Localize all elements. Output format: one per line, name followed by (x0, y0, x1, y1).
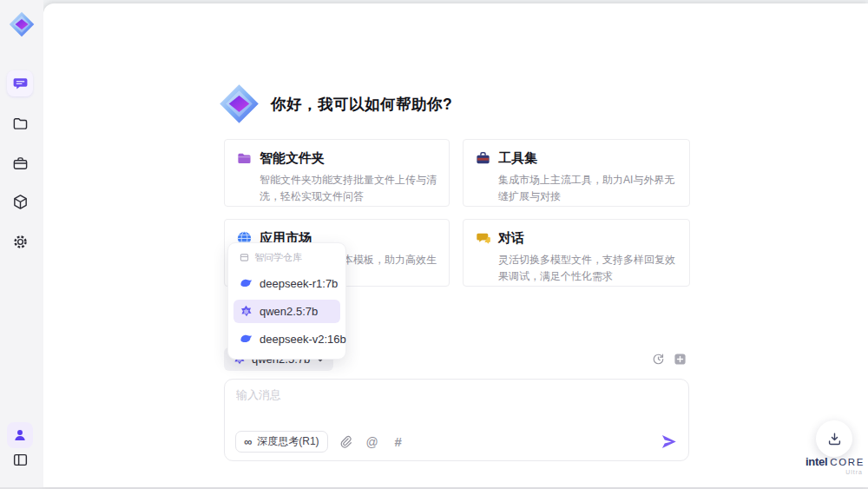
chat-bubble-icon (12, 76, 29, 92)
sidebar (0, 0, 43, 487)
deep-think-toggle[interactable]: ∞ 深度思考(R1) (235, 431, 328, 453)
intel-tier-text: Ultra (800, 469, 868, 475)
model-option-deepseek-r1[interactable]: deepseek-r1:7b (233, 272, 340, 295)
collapse-sidebar-button[interactable] (7, 446, 33, 472)
new-chat-icon[interactable] (673, 352, 687, 366)
composer: ∞ 深度思考(R1) @ # (224, 379, 689, 461)
model-option-qwen[interactable]: qwen2.5:7b (233, 300, 340, 323)
deep-think-label: 深度思考(R1) (257, 434, 319, 449)
model-dropdown: 智问学仓库 deepseek-r1:7b qwen2.5:7b (227, 242, 346, 360)
app-logo-icon (6, 9, 37, 40)
repository-icon (240, 253, 249, 262)
sidebar-item-folders[interactable] (7, 110, 33, 136)
attachment-icon[interactable] (339, 434, 354, 450)
send-button[interactable] (659, 433, 678, 452)
panel-layout-icon (12, 452, 29, 468)
intel-core-text: CORE (830, 457, 865, 467)
model-option-label: deepseek-r1:7b (260, 277, 338, 290)
card-title: 工具集 (498, 150, 537, 167)
sidebar-item-chat[interactable] (7, 70, 33, 96)
history-icon[interactable] (651, 352, 665, 366)
deepseek-whale-icon (240, 277, 253, 290)
folder-icon (12, 116, 29, 132)
main-panel: 你好，我可以如何帮助你? 智能文件夹 智能文件夹功能支持批量文件上传与清洗，轻松… (43, 3, 868, 487)
folder-purple-icon (236, 150, 253, 167)
model-option-deepseek-v2[interactable]: deepseek-v2:16b (233, 327, 340, 351)
model-option-label: deepseek-v2:16b (260, 333, 346, 346)
greeting-text: 你好，我可以如何帮助你? (271, 94, 452, 115)
sidebar-item-account[interactable] (7, 422, 33, 448)
deep-think-icon: ∞ (244, 436, 252, 447)
intel-core-badge: intel CORE Ultra (800, 455, 868, 475)
card-description: 灵活切换多模型文件，支持多样回复效果调试，满足个性化需求 (498, 252, 682, 284)
sidebar-item-settings[interactable] (7, 228, 33, 254)
toolbox-icon (475, 150, 491, 167)
card-smart-folder[interactable]: 智能文件夹 智能文件夹功能支持批量文件上传与清洗，轻松实现文件问答 (224, 139, 450, 207)
card-title: 智能文件夹 (260, 150, 325, 167)
card-description: 智能文件夹功能支持批量文件上传与清洗，轻松实现文件问答 (260, 172, 442, 204)
greeting: 你好，我可以如何帮助你? (219, 83, 452, 124)
deepseek-whale-icon (240, 333, 253, 346)
app-logo-icon (219, 83, 260, 124)
message-input[interactable] (236, 387, 670, 424)
download-button[interactable] (816, 420, 852, 457)
qwen-icon (240, 305, 253, 318)
cube-icon (12, 194, 29, 210)
hashtag-icon[interactable]: # (391, 434, 406, 450)
model-option-label: qwen2.5:7b (260, 305, 318, 318)
chat-gold-icon (475, 230, 491, 247)
group-label: 智问学仓库 (254, 251, 302, 264)
user-icon (12, 427, 28, 443)
sidebar-item-toolbox[interactable] (7, 150, 33, 176)
briefcase-icon (12, 155, 29, 172)
card-description: 集成市场上主流工具，助力AI与外界无缝扩展与对接 (498, 172, 682, 204)
mention-icon[interactable]: @ (365, 434, 380, 450)
model-dropdown-group: 智问学仓库 (233, 249, 340, 268)
sidebar-item-models[interactable] (7, 188, 33, 215)
gear-icon (12, 234, 29, 250)
card-toolset[interactable]: 工具集 集成市场上主流工具，助力AI与外界无缝扩展与对接 (463, 139, 690, 207)
intel-logo-text: intel (806, 455, 827, 468)
app-window: 你好，我可以如何帮助你? 智能文件夹 智能文件夹功能支持批量文件上传与清洗，轻松… (0, 0, 868, 489)
card-title: 对话 (498, 230, 524, 247)
card-dialogue[interactable]: 对话 灵活切换多模型文件，支持多样回复效果调试，满足个性化需求 (463, 219, 690, 287)
